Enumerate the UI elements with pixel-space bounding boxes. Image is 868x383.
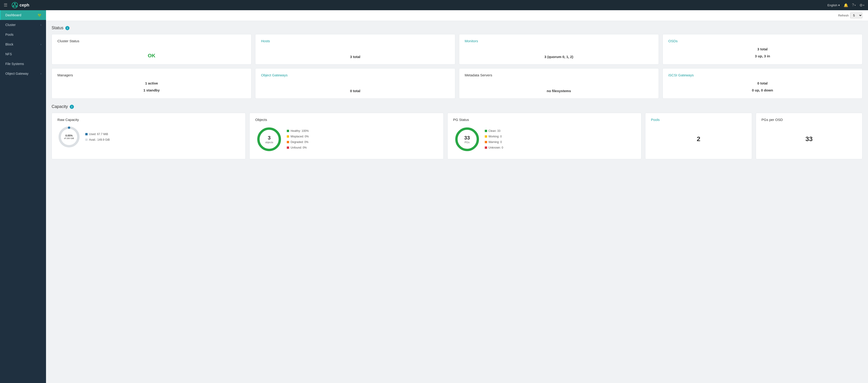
sidebar-item-block[interactable]: Block › bbox=[0, 39, 46, 49]
objects-healthy: Healthy: 100% bbox=[287, 128, 309, 134]
refresh-label: Refresh bbox=[838, 14, 849, 17]
metadata-servers-card: Metadata Servers no filesystems bbox=[459, 68, 659, 99]
iscsi-gateways-title[interactable]: iSCSI Gateways bbox=[669, 73, 857, 77]
cluster-status-title: Cluster Status bbox=[57, 39, 246, 43]
ceph-logo: ceph bbox=[11, 2, 29, 8]
pgs-per-osd-card: PGs per OSD 33 bbox=[756, 113, 862, 159]
degraded-dot bbox=[287, 141, 289, 143]
status-info-icon[interactable]: i bbox=[65, 26, 69, 30]
svg-point-1 bbox=[14, 3, 16, 4]
monitors-value: 3 (quorum 0, 1, 2) bbox=[465, 54, 653, 60]
raw-used-dot bbox=[85, 133, 88, 135]
pg-content: 33 PGs Clean: 33 Working: 0 bbox=[453, 125, 636, 153]
help-arrow: ▾ bbox=[855, 4, 856, 6]
object-gateways-value: 0 total bbox=[261, 88, 449, 94]
iscsi-line2: 0 up, 0 down bbox=[669, 87, 857, 94]
objects-title: Objects bbox=[255, 118, 438, 121]
osds-value: 3 total 3 up, 3 in bbox=[669, 46, 857, 60]
settings-icon: ⚙ bbox=[859, 3, 863, 7]
capacity-info-icon[interactable]: i bbox=[70, 105, 74, 109]
raw-capacity-content: 0.05% of 150 GiB Used: 67.7 MiB bbox=[57, 125, 240, 148]
svg-line-4 bbox=[13, 4, 15, 6]
raw-capacity-title: Raw Capacity bbox=[57, 118, 240, 121]
sidebar-item-pools[interactable]: Pools bbox=[0, 30, 46, 39]
hosts-card: Hosts 3 total bbox=[255, 34, 455, 65]
raw-used-item: Used: 67.7 MiB bbox=[85, 131, 110, 137]
objects-unit: objects bbox=[265, 141, 273, 144]
sidebar-label-dashboard: Dashboard bbox=[5, 13, 36, 17]
status-title: Status bbox=[52, 26, 63, 30]
degraded-label: Degraded: 0% bbox=[290, 139, 308, 145]
warning-dot bbox=[485, 141, 487, 143]
language-selector[interactable]: English ▾ bbox=[827, 3, 840, 7]
app-body: Dashboard 💚 Cluster › Pools Block › NFS … bbox=[0, 10, 868, 383]
managers-value: 1 active 1 standby bbox=[57, 80, 246, 94]
unknown-dot bbox=[485, 146, 487, 149]
managers-line2: 1 standby bbox=[57, 87, 246, 94]
settings-button[interactable]: ⚙ ▾ bbox=[859, 3, 864, 7]
osds-title[interactable]: OSDs bbox=[669, 39, 857, 43]
pg-unknown: Unknown: 0 bbox=[485, 145, 503, 150]
hamburger-icon[interactable]: ☰ bbox=[4, 3, 7, 8]
objects-count: 3 bbox=[265, 135, 273, 141]
objects-donut: 3 objects bbox=[255, 125, 283, 153]
objects-misplaced: Misplaced: 0% bbox=[287, 134, 309, 139]
logo-text: ceph bbox=[20, 3, 29, 8]
objects-degraded: Degraded: 0% bbox=[287, 139, 309, 145]
capacity-grid: Raw Capacity 0.05% of 150 GiB bbox=[52, 113, 862, 159]
ceph-logo-icon bbox=[11, 2, 18, 8]
object-gateways-card: Object Gateways 0 total bbox=[255, 68, 455, 99]
hosts-title[interactable]: Hosts bbox=[261, 39, 449, 43]
sidebar-item-cluster[interactable]: Cluster › bbox=[0, 20, 46, 30]
cluster-status-card: Cluster Status OK bbox=[52, 34, 251, 65]
help-icon: ? bbox=[852, 3, 854, 7]
pools-title[interactable]: Pools bbox=[651, 118, 746, 121]
sidebar-label-cluster: Cluster bbox=[5, 23, 40, 27]
pg-legend: Clean: 33 Working: 0 Warning: 0 bbox=[485, 128, 503, 150]
misplaced-dot bbox=[287, 135, 289, 138]
hosts-value: 3 total bbox=[261, 54, 449, 60]
pgs-per-osd-title: PGs per OSD bbox=[762, 118, 857, 121]
refresh-select[interactable]: 5 10 30 60 bbox=[850, 12, 862, 18]
managers-line1: 1 active bbox=[57, 80, 246, 87]
iscsi-gateways-value: 0 total 0 up, 0 down bbox=[669, 80, 857, 94]
sidebar-label-block: Block bbox=[5, 42, 40, 46]
sidebar-label-nfs: NFS bbox=[5, 52, 41, 56]
block-chevron-icon: › bbox=[40, 43, 41, 46]
unknown-label: Unknown: 0 bbox=[489, 145, 503, 150]
monitors-title[interactable]: Monitors bbox=[465, 39, 653, 43]
capacity-section-header: Capacity i bbox=[52, 104, 862, 109]
pg-working: Working: 0 bbox=[485, 134, 503, 139]
sidebar-item-dashboard[interactable]: Dashboard 💚 bbox=[0, 10, 46, 20]
cluster-chevron-icon: › bbox=[40, 24, 41, 26]
clean-dot bbox=[485, 130, 487, 132]
pg-donut: 33 PGs bbox=[453, 125, 481, 153]
raw-capacity-center: 0.05% of 150 GiB bbox=[64, 134, 74, 140]
working-dot bbox=[485, 135, 487, 138]
bell-button[interactable]: 🔔 bbox=[844, 3, 848, 7]
sidebar-item-object-gateway[interactable]: Object Gateway › bbox=[0, 69, 46, 78]
objects-content: 3 objects Healthy: 100% Misplace bbox=[255, 125, 438, 153]
sidebar: Dashboard 💚 Cluster › Pools Block › NFS … bbox=[0, 10, 46, 383]
sidebar-item-filesystems[interactable]: File Systems bbox=[0, 59, 46, 69]
unfound-label: Unfound: 0% bbox=[290, 145, 307, 150]
status-section-header: Status i bbox=[52, 26, 862, 30]
raw-capacity-card: Raw Capacity 0.05% of 150 GiB bbox=[52, 113, 246, 159]
help-button[interactable]: ? ▾ bbox=[852, 3, 856, 7]
osds-line2: 3 up, 3 in bbox=[669, 53, 857, 60]
pools-value: 2 bbox=[651, 125, 746, 153]
navbar-brand: ☰ ceph bbox=[4, 2, 827, 8]
clean-label: Clean: 33 bbox=[489, 128, 500, 134]
content-area: Status i Cluster Status OK Hosts 3 total… bbox=[46, 21, 868, 164]
raw-avail-label: Avail.: 149.9 GiB bbox=[89, 137, 110, 142]
refresh-control: Refresh 5 10 30 60 bbox=[838, 12, 862, 18]
healthy-label: Healthy: 100% bbox=[290, 128, 309, 134]
pg-warning: Warning: 0 bbox=[485, 139, 503, 145]
working-label: Working: 0 bbox=[489, 134, 502, 139]
raw-capacity-donut: 0.05% of 150 GiB bbox=[57, 125, 81, 148]
object-gateway-chevron-icon: › bbox=[40, 72, 41, 75]
osds-card: OSDs 3 total 3 up, 3 in bbox=[662, 34, 862, 65]
metadata-servers-value: no filesystems bbox=[465, 88, 653, 94]
sidebar-item-nfs[interactable]: NFS bbox=[0, 49, 46, 59]
object-gateways-title[interactable]: Object Gateways bbox=[261, 73, 449, 77]
